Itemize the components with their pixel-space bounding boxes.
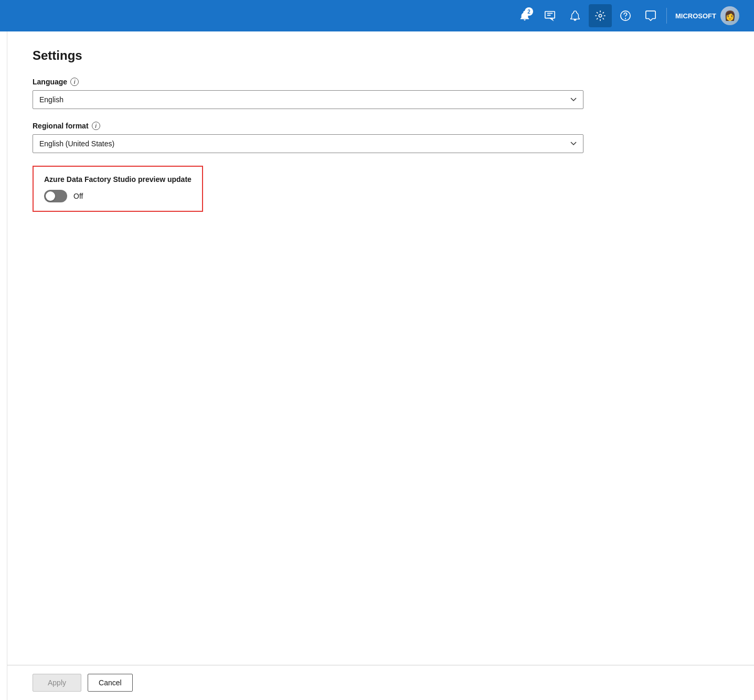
language-select[interactable]: English French German Spanish Japanese C… <box>33 90 583 109</box>
notification-badge: 2 <box>525 7 533 16</box>
regional-format-group: Regional format i English (United States… <box>33 122 729 153</box>
alerts-icon[interactable] <box>564 4 587 27</box>
regional-format-label: Regional format i <box>33 122 729 130</box>
page-title: Settings <box>33 48 729 63</box>
preview-title: Azure Data Factory Studio preview update <box>44 175 192 184</box>
topbar: 2 MICROSOFT <box>0 0 754 31</box>
avatar: 👩 <box>720 6 739 25</box>
feedback-icon[interactable] <box>538 4 561 27</box>
language-info-icon[interactable]: i <box>70 78 79 86</box>
toggle-thumb <box>46 191 55 201</box>
settings-icon[interactable] <box>589 4 612 27</box>
help-icon[interactable] <box>614 4 637 27</box>
notifications-icon[interactable]: 2 <box>513 4 536 27</box>
apply-button[interactable]: Apply <box>33 674 81 692</box>
language-label: Language i <box>33 78 729 86</box>
toggle-row: Off <box>44 190 192 202</box>
sidebar-sliver <box>0 31 7 700</box>
svg-point-3 <box>625 18 626 19</box>
preview-toggle[interactable] <box>44 190 67 202</box>
toggle-label: Off <box>73 192 83 200</box>
regional-format-select[interactable]: English (United States) English (United … <box>33 134 583 153</box>
settings-content: Settings Language i English French Germa… <box>7 31 754 665</box>
settings-panel: Settings Language i English French Germa… <box>7 31 754 700</box>
regional-format-info-icon[interactable]: i <box>92 122 100 130</box>
username-label: MICROSOFT <box>675 12 716 20</box>
main-layout: Settings Language i English French Germa… <box>0 31 754 700</box>
svg-rect-0 <box>545 12 555 18</box>
cancel-button[interactable]: Cancel <box>88 674 133 692</box>
action-bar: Apply Cancel <box>7 665 754 700</box>
language-group: Language i English French German Spanish… <box>33 78 729 109</box>
user-menu[interactable]: MICROSOFT 👩 <box>671 4 744 27</box>
svg-point-1 <box>599 14 602 17</box>
topbar-separator <box>666 8 667 24</box>
preview-section: Azure Data Factory Studio preview update… <box>33 166 203 212</box>
chat-icon[interactable] <box>639 4 662 27</box>
